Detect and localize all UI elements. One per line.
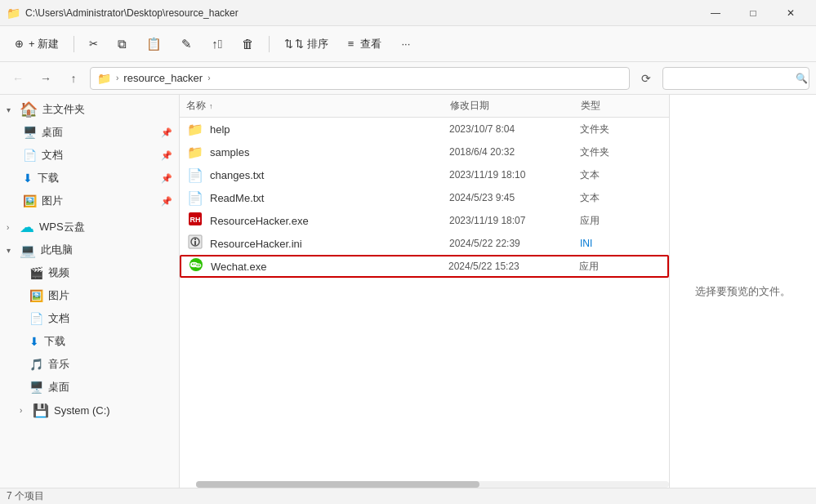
view-label: 查看 bbox=[360, 37, 381, 51]
sidebar-system-c[interactable]: › 💾 System (C:) bbox=[13, 399, 179, 421]
pc-label: 此电脑 bbox=[41, 243, 73, 257]
forward-button[interactable]: → bbox=[34, 67, 57, 90]
expand-icon: ▾ bbox=[7, 105, 16, 114]
expand-icon-pc: ▾ bbox=[7, 246, 16, 255]
expand-icon-system: › bbox=[20, 406, 29, 415]
sidebar-documents-pc-label: 文档 bbox=[48, 311, 69, 326]
view-button[interactable]: ≡ 查看 bbox=[340, 31, 390, 57]
documents-icon: 📄 bbox=[23, 149, 37, 162]
col-header-date[interactable]: 修改日期 bbox=[450, 99, 581, 113]
file-date: 2024/5/23 9:45 bbox=[449, 192, 580, 203]
up-button[interactable]: ↑ bbox=[62, 67, 85, 90]
downloads-icon: ⬇ bbox=[23, 172, 33, 185]
toolbar-separator-1 bbox=[74, 36, 74, 52]
titlebar-path: C:\Users\Administrator\Desktop\resource_… bbox=[25, 7, 697, 19]
preview-text: 选择要预览的文件。 bbox=[695, 284, 791, 299]
file-type: 文件夹 bbox=[580, 145, 662, 159]
pin-icon-pictures: 📌 bbox=[161, 196, 172, 207]
file-row[interactable]: 📄 ReadMe.txt 2024/5/23 9:45 文本 bbox=[180, 186, 669, 209]
pictures-icon: 🖼️ bbox=[23, 194, 37, 207]
file-date: 2024/5/22 15:23 bbox=[448, 261, 579, 272]
file-row[interactable]: 📁 help 2023/10/7 8:04 文件夹 bbox=[180, 118, 669, 140]
new-button[interactable]: ⊕ + 新建 bbox=[7, 31, 67, 57]
col-header-type[interactable]: 类型 bbox=[581, 99, 662, 113]
sidebar-item-music[interactable]: 🎵 音乐 bbox=[0, 353, 179, 376]
sidebar-item-pictures-pc[interactable]: 🖼️ 图片 bbox=[0, 284, 179, 307]
share-button[interactable]: ↑⃝ bbox=[203, 31, 230, 57]
svg-point-8 bbox=[192, 264, 194, 265]
address-chevron-right-2: › bbox=[207, 74, 210, 83]
sidebar-music-label: 音乐 bbox=[48, 357, 69, 372]
svg-text:RH: RH bbox=[190, 216, 201, 224]
file-date: 2023/10/7 8:04 bbox=[449, 123, 580, 135]
maximize-button[interactable]: □ bbox=[734, 0, 772, 26]
txt-icon: 📄 bbox=[187, 167, 203, 183]
minimize-button[interactable]: — bbox=[697, 0, 734, 26]
file-list: 📁 help 2023/10/7 8:04 文件夹 📁 samples 2018… bbox=[180, 118, 669, 488]
sidebar-item-desktop[interactable]: 🖥️ 桌面 📌 bbox=[0, 121, 179, 144]
titlebar-controls: — □ ✕ bbox=[697, 0, 809, 26]
file-row[interactable]: 📁 samples 2018/6/4 20:32 文件夹 bbox=[180, 140, 669, 163]
sidebar-item-downloads-pc[interactable]: ⬇ 下载 bbox=[0, 330, 179, 353]
main-content: ▾ 🏠 主文件夹 🖥️ 桌面 📌 📄 文档 📌 ⬇ 下载 📌 🖼️ 图片 📌 › bbox=[0, 95, 816, 488]
sidebar-item-downloads[interactable]: ⬇ 下载 📌 bbox=[0, 167, 179, 190]
sidebar-item-desktop-pc[interactable]: 🖥️ 桌面 bbox=[0, 376, 179, 399]
address-box[interactable]: 📁 › resource_hacker › bbox=[90, 67, 630, 90]
sidebar-quick-access[interactable]: ▾ 🏠 主文件夹 bbox=[0, 98, 179, 121]
paste-button[interactable]: 📋 bbox=[138, 31, 170, 57]
svg-point-10 bbox=[195, 263, 202, 268]
folder-icon: 📁 bbox=[187, 145, 203, 160]
cut-button[interactable]: ✂ bbox=[81, 31, 106, 57]
more-icon: ··· bbox=[401, 38, 410, 50]
sidebar-item-pictures[interactable]: 🖼️ 图片 📌 bbox=[0, 190, 179, 212]
delete-button[interactable]: 🗑 bbox=[234, 31, 262, 57]
sort-icon: ⇅ bbox=[284, 38, 293, 50]
sidebar-downloads-label: 下载 bbox=[38, 171, 59, 185]
wechat-file-row[interactable]: Wechat.exe 2024/5/22 15:23 应用 bbox=[180, 255, 669, 278]
file-row[interactable]: ResourceHacker.ini 2024/5/22 22:39 INI bbox=[180, 232, 669, 255]
sidebar-documents-label: 文档 bbox=[42, 148, 63, 163]
back-button[interactable]: ← bbox=[7, 67, 29, 90]
col-header-name[interactable]: 名称 ↑ bbox=[186, 99, 450, 113]
file-name: ResourceHacker.exe bbox=[210, 215, 449, 227]
sidebar-this-pc[interactable]: ▾ 💻 此电脑 bbox=[0, 239, 179, 261]
new-icon: ⊕ bbox=[15, 38, 24, 50]
toolbar-separator-2 bbox=[269, 36, 270, 52]
desktop-pc-icon: 🖥️ bbox=[29, 381, 43, 394]
file-type: 应用 bbox=[579, 260, 661, 274]
file-type: 应用 bbox=[580, 214, 662, 228]
sort-arrow-icon: ↑ bbox=[209, 102, 213, 110]
pin-icon-desktop: 📌 bbox=[161, 127, 172, 138]
file-type: 文本 bbox=[580, 168, 662, 182]
search-input[interactable] bbox=[670, 73, 792, 84]
system-label: System (C:) bbox=[54, 404, 110, 417]
svg-point-12 bbox=[198, 265, 200, 266]
sidebar-wps[interactable]: › ☁ WPS云盘 bbox=[0, 216, 179, 239]
wps-icon: ☁ bbox=[20, 218, 34, 236]
col-name-label: 名称 bbox=[186, 99, 206, 113]
rename-icon: ✎ bbox=[181, 37, 192, 51]
refresh-button[interactable]: ⟳ bbox=[635, 67, 658, 90]
search-icon: 🔍 bbox=[796, 73, 808, 84]
sidebar-item-videos[interactable]: 🎬 视频 bbox=[0, 261, 179, 284]
copy-icon: ⧉ bbox=[118, 37, 127, 51]
wechat-icon bbox=[188, 257, 204, 275]
more-button[interactable]: ··· bbox=[393, 31, 418, 57]
svg-rect-4 bbox=[194, 239, 196, 240]
sort-button[interactable]: ⇅ ⇅ 排序 bbox=[276, 31, 337, 57]
horizontal-scrollbar[interactable] bbox=[196, 481, 479, 488]
copy-button[interactable]: ⧉ bbox=[109, 31, 135, 57]
file-row[interactable]: 📄 changes.txt 2023/11/19 18:10 文本 bbox=[180, 163, 669, 186]
file-row[interactable]: RH ResourceHacker.exe 2023/11/19 18:07 应… bbox=[180, 209, 669, 232]
file-type: 文件夹 bbox=[580, 123, 662, 136]
share-icon: ↑⃝ bbox=[212, 37, 222, 51]
file-area: 名称 ↑ 修改日期 类型 📁 help 2023/10/7 8:04 文件夹 📁 bbox=[180, 95, 669, 488]
rename-button[interactable]: ✎ bbox=[173, 31, 200, 57]
quick-access-label: 主文件夹 bbox=[42, 102, 85, 117]
paste-icon: 📋 bbox=[146, 37, 162, 51]
sidebar: ▾ 🏠 主文件夹 🖥️ 桌面 📌 📄 文档 📌 ⬇ 下载 📌 🖼️ 图片 📌 › bbox=[0, 95, 180, 488]
search-box[interactable]: 🔍 bbox=[662, 67, 809, 90]
close-button[interactable]: ✕ bbox=[772, 0, 809, 26]
sidebar-item-documents[interactable]: 📄 文档 📌 bbox=[0, 144, 179, 167]
sidebar-item-documents-pc[interactable]: 📄 文档 bbox=[0, 307, 179, 330]
